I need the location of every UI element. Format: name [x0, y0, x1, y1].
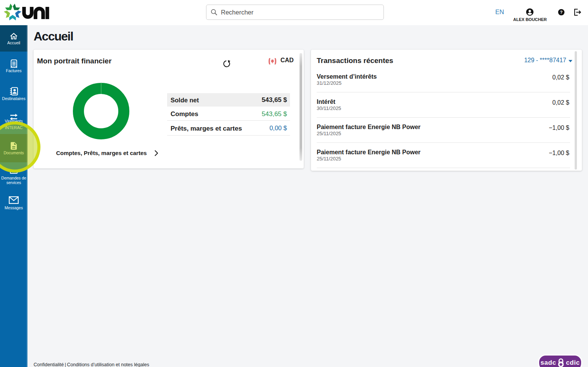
- svg-text:?: ?: [560, 10, 563, 15]
